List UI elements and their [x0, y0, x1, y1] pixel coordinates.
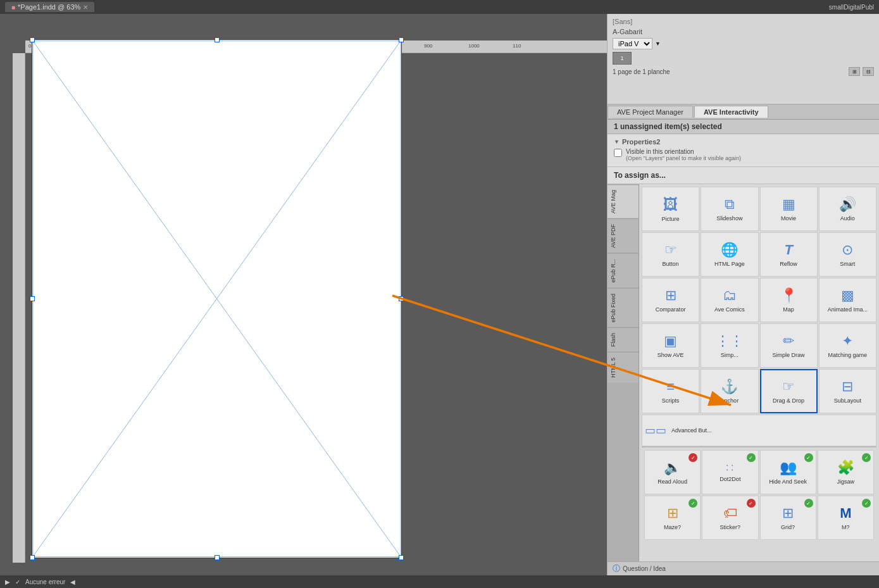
- visible-checkbox[interactable]: [614, 149, 622, 157]
- sublayout-icon: ⊟: [842, 378, 853, 395]
- widget-movie[interactable]: ▦ Movie: [760, 187, 818, 231]
- widget-maze-label: Maze?: [664, 524, 681, 530]
- widget-readaloud[interactable]: ✓ 🔈 Read Aloud: [644, 450, 701, 494]
- widget-showAVE-label: Show AVE: [658, 352, 684, 358]
- widget-gridtype-label: Grid?: [781, 524, 795, 530]
- draganddrop-icon: ☞: [782, 378, 795, 395]
- status-arrow: ▶: [5, 579, 10, 585]
- widget-grid-area: Picture ⧉ Slideshow ▦ Movie 🔊 Audio: [639, 184, 879, 561]
- ave-assign-label: To assign as...: [608, 167, 879, 184]
- scripts-icon: ≡: [666, 378, 675, 395]
- panel-icons: ⊞ ⊟: [849, 67, 874, 76]
- handle-bl[interactable]: [30, 555, 35, 560]
- widget-picture[interactable]: Picture: [642, 187, 699, 231]
- page-cross-lines: [32, 40, 401, 558]
- widget-draganddrop-label: Drag & Drop: [773, 397, 804, 404]
- animatedima-icon: ▩: [841, 287, 854, 304]
- avecomics-icon: 🗂: [723, 287, 737, 304]
- widget-comparator[interactable]: ⊞ Comparator: [642, 278, 699, 322]
- sidebar-tab-epubr[interactable]: ePub R...: [608, 253, 639, 288]
- sans-label: [Sans]: [613, 18, 874, 25]
- tab-ave-project[interactable]: AVE Project Manager: [608, 106, 693, 118]
- widget-gridtype[interactable]: ✓ ⊞ Grid?: [760, 496, 816, 540]
- widget-sticker-label: Sticker?: [720, 524, 741, 530]
- widget-animatedima[interactable]: ▩ Animated Ima...: [819, 278, 876, 322]
- sidebar-tab-epubfixed[interactable]: ePub Fixed: [608, 288, 639, 328]
- widget-sticker[interactable]: ✓ 🏷 Sticker?: [702, 496, 758, 540]
- widget-jigsaw-label: Jigsaw: [837, 479, 855, 485]
- status-arrow2: ◀: [70, 579, 75, 585]
- widget-maze[interactable]: ✓ ⊞ Maze?: [644, 496, 701, 540]
- handle-bm[interactable]: [215, 555, 220, 560]
- widget-sublayout[interactable]: ⊟ SubLayout: [819, 369, 876, 413]
- panel-icon-grid[interactable]: ⊞: [849, 67, 860, 76]
- widget-advancedbut[interactable]: ▭▭ Advanced But...: [642, 415, 876, 446]
- sidebar-tab-avemag[interactable]: AVE Mag: [608, 184, 639, 218]
- widget-avecomics-label: Ave Comics: [714, 306, 745, 313]
- handle-br[interactable]: [399, 555, 404, 560]
- widget-simp[interactable]: ⋮⋮ Simp...: [701, 323, 758, 368]
- ave-panel: AVE Project Manager AVE Interactivity 1 …: [607, 104, 879, 575]
- sticker-icon: 🏷: [723, 505, 737, 522]
- widget-simpledraw-label: Simple Draw: [773, 352, 805, 358]
- main-widget-grid: Picture ⧉ Slideshow ▦ Movie 🔊 Audio: [642, 187, 876, 446]
- handle-mr[interactable]: [399, 296, 404, 301]
- widget-anchor[interactable]: ⚓ Anchor: [701, 369, 758, 413]
- ipad-select[interactable]: iPad V: [613, 38, 652, 49]
- file-icon: ■: [11, 4, 15, 11]
- tab-ave-interactivity[interactable]: AVE Interactivity: [694, 106, 768, 118]
- sidebar-tab-html5[interactable]: HTML 5: [608, 352, 639, 383]
- widget-animatedima-label: Animated Ima...: [828, 306, 868, 313]
- maze-icon: ⊞: [667, 505, 678, 522]
- widget-audio[interactable]: 🔊 Audio: [819, 187, 876, 231]
- widget-mtype[interactable]: ✓ M M?: [818, 496, 874, 540]
- jigsaw-icon: 🧩: [837, 460, 854, 476]
- smart-icon: ⊙: [842, 242, 853, 258]
- widget-scripts[interactable]: ≡ Scripts: [642, 369, 699, 413]
- handle-tm[interactable]: [215, 37, 220, 42]
- widget-slideshow[interactable]: ⧉ Slideshow: [701, 187, 758, 231]
- sidebar-tab-flash[interactable]: Flash: [608, 327, 639, 352]
- panel-icon-pages[interactable]: ⊟: [863, 67, 874, 76]
- slideshow-icon: ⧉: [725, 196, 735, 213]
- info-label: Question / Idea: [623, 565, 666, 572]
- ave-section-title: ▼ Properties2: [614, 138, 873, 146]
- widget-simpledraw[interactable]: ✏ Simple Draw: [760, 323, 818, 368]
- status-bar: ▶ ✓ Aucune erreur ◀: [0, 575, 879, 588]
- close-icon[interactable]: ✕: [83, 4, 88, 11]
- handle-ml[interactable]: [30, 296, 35, 301]
- audio-icon: 🔊: [839, 196, 856, 213]
- ave-checkbox-row: Visible in this orientation (Open "Layer…: [614, 148, 873, 161]
- widget-reflow[interactable]: T Reflow: [760, 232, 818, 277]
- handle-tl[interactable]: [30, 37, 35, 42]
- widget-jigsaw[interactable]: ✓ 🧩 Jigsaw: [818, 450, 874, 494]
- right-panel-content: [Sans] A-Gabarit iPad V ▼ 1 1 page de 1 …: [608, 14, 879, 80]
- triangle-icon: ▼: [614, 139, 620, 145]
- widget-button[interactable]: ☞ Button: [642, 232, 699, 277]
- handle-tr[interactable]: [399, 37, 404, 42]
- gridtype-icon: ⊞: [782, 505, 794, 522]
- document-tab[interactable]: ■ *Page1.indd @ 63% ✕: [5, 2, 94, 12]
- simpledraw-icon: ✏: [783, 333, 794, 349]
- ave-info-bar: ⓘ Question / Idea: [608, 561, 879, 575]
- widget-showAVE[interactable]: ▣ Show AVE: [642, 323, 699, 368]
- ruler-vertical: [13, 53, 25, 563]
- sidebar-tab-avepdf[interactable]: AVE PDF: [608, 218, 639, 253]
- widget-dot2dot[interactable]: ✓ ⸬ Dot2Dot: [702, 450, 758, 494]
- top-bar: ■ *Page1.indd @ 63% ✕ smallDigitalPubl: [0, 0, 879, 14]
- status-check: ✓: [15, 579, 20, 585]
- widget-draganddrop[interactable]: ☞ Drag & Drop: [760, 369, 818, 413]
- reflow-icon: T: [784, 242, 792, 258]
- advancedbut-icon: ▭▭: [645, 423, 666, 437]
- widget-advancedbut-label: Advanced But...: [671, 427, 712, 434]
- widget-matching[interactable]: ✦ Matching game: [819, 323, 876, 368]
- widget-comparator-label: Comparator: [656, 306, 686, 313]
- page-thumb[interactable]: 1: [613, 52, 632, 65]
- maze-badge: ✓: [689, 499, 697, 508]
- widget-smart[interactable]: ⊙ Smart: [819, 232, 876, 277]
- widget-map[interactable]: 📍 Map: [760, 278, 818, 322]
- ave-header: 1 unassigned item(s) selected: [608, 120, 879, 134]
- widget-htmlpage[interactable]: 🌐 HTML Page: [701, 232, 758, 277]
- widget-hideseek[interactable]: ✓ 👥 Hide And Seek: [760, 450, 816, 494]
- widget-avecomics[interactable]: 🗂 Ave Comics: [701, 278, 758, 322]
